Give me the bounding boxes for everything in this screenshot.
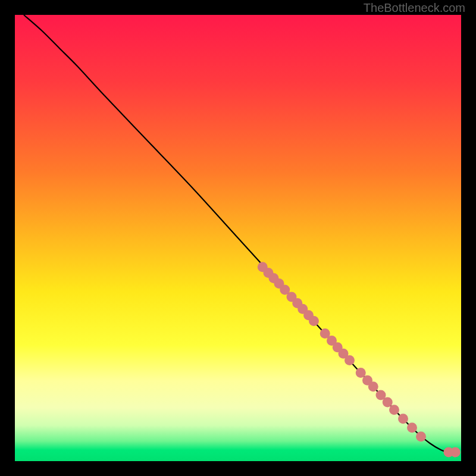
data-marker	[345, 355, 355, 365]
data-marker	[309, 316, 319, 326]
data-marker	[383, 397, 393, 408]
data-marker	[389, 405, 399, 415]
data-marker	[416, 431, 426, 441]
data-marker	[356, 368, 366, 378]
bottleneck-chart	[0, 0, 476, 476]
attribution-text: TheBottleneck.com	[364, 1, 465, 15]
data-marker	[398, 414, 408, 424]
data-marker	[407, 422, 417, 433]
data-marker	[368, 381, 378, 392]
data-marker	[450, 447, 461, 458]
